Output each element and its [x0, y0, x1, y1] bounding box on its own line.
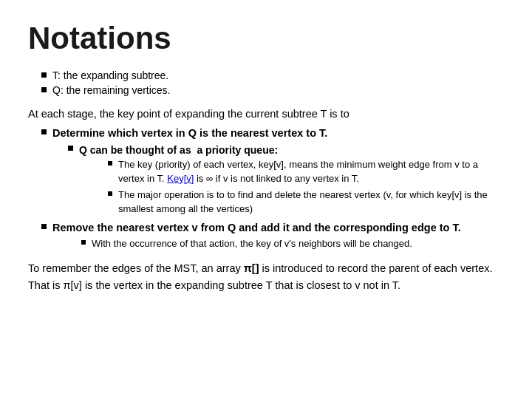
bullet-t-text: T: the expanding subtree.: [52, 69, 168, 81]
level2-sub-list: With the occurrence of that action, the …: [81, 237, 504, 251]
bullet-icon-1: [41, 72, 47, 78]
intro-text: At each stage, the key point of expandin…: [28, 106, 504, 123]
level3-item-2-text: The major operation is to to find and de…: [118, 188, 504, 216]
level2-list: Q can be thought of as a priority queue:…: [68, 143, 504, 216]
level2-icon-1: [68, 146, 73, 151]
key-highlight: Key[v]: [167, 173, 194, 184]
level2-item-1-text: Q can be thought of as a priority queue:: [79, 143, 278, 157]
pi-array: π[]: [244, 262, 259, 274]
bullet-icon-2: [41, 87, 47, 92]
level1-list: Determine which vertex in Q is the neare…: [41, 126, 504, 252]
level1-item-1: Determine which vertex in Q is the neare…: [41, 126, 504, 141]
level3-icon-1: [108, 161, 112, 166]
bullet-q-text: Q: the remaining vertices.: [52, 84, 171, 96]
level3-item-1: The key (priority) of each vertex, key[v…: [108, 158, 504, 186]
bullet-t: T: the expanding subtree.: [41, 69, 504, 81]
level2-sub-item-1: With the occurrence of that action, the …: [81, 237, 504, 251]
page-title: Notations: [28, 21, 504, 56]
level1-item-1-text: Determine which vertex in Q is the neare…: [52, 126, 327, 141]
level2-item-1: Q can be thought of as a priority queue:: [68, 143, 504, 157]
level1-item-2-text: Remove the nearest vertex v from Q and a…: [52, 220, 461, 236]
level3-item-2: The major operation is to to find and de…: [108, 188, 504, 216]
level3-list: The key (priority) of each vertex, key[v…: [108, 158, 504, 216]
page: Notations T: the expanding subtree. Q: t…: [0, 0, 532, 399]
level1-icon-1: [41, 129, 47, 134]
level2-sub-item-1-text: With the occurrence of that action, the …: [92, 237, 412, 251]
level1-icon-2: [41, 224, 47, 229]
level3-icon-2: [108, 191, 112, 196]
bottom-text: To remember the edges of the MST, an arr…: [28, 260, 504, 293]
level1-item-2: Remove the nearest vertex v from Q and a…: [41, 220, 504, 236]
level3-item-1-text: The key (priority) of each vertex, key[v…: [118, 158, 504, 186]
level2-sub-icon-1: [81, 240, 86, 245]
bullet-q: Q: the remaining vertices.: [41, 84, 504, 96]
top-bullets: T: the expanding subtree. Q: the remaini…: [28, 69, 504, 96]
